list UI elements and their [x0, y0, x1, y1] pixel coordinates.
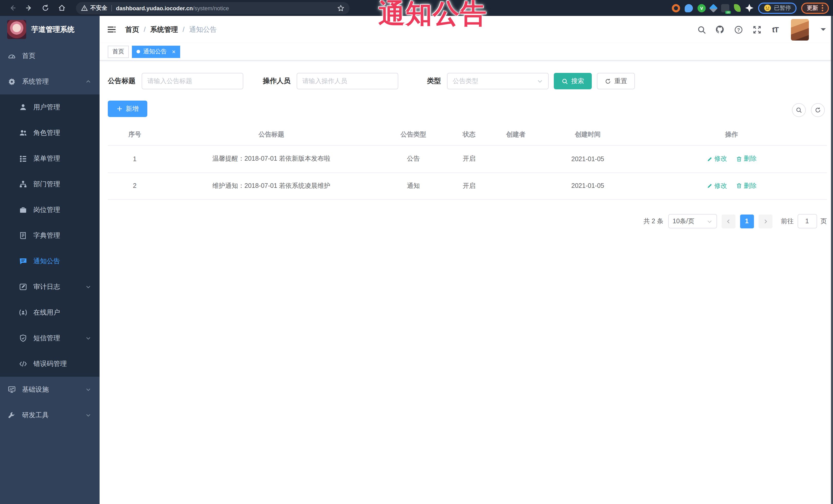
browser-forward-icon[interactable] — [23, 2, 34, 14]
app-header: 首页 / 系统管理 / 通知公告 ? — [100, 16, 833, 43]
profile-paused-pill[interactable]: 已暂停 — [758, 2, 796, 14]
search-button[interactable]: 搜索 — [554, 73, 592, 89]
page-size-select[interactable]: 10条/页 — [668, 214, 717, 229]
header-actions: ? tT — [696, 19, 826, 40]
edit-button[interactable]: 修改 — [707, 154, 727, 163]
address-bar[interactable]: 不安全 dashboard.yudao.iocoder.cn /system/n… — [76, 2, 350, 14]
security-warning-icon[interactable] — [81, 5, 88, 11]
sidebar-item-错误码管理[interactable]: 错误码管理 — [0, 351, 100, 377]
cell-no: 2 — [108, 172, 162, 199]
browser-update-button[interactable]: 更新 — [801, 2, 829, 14]
sidebar-item-在线用户[interactable]: 在线用户 — [0, 300, 100, 326]
sidebar-item-研发工具[interactable]: 研发工具 — [0, 402, 100, 428]
sidebar-item-岗位管理[interactable]: 岗位管理 — [0, 197, 100, 223]
sidebar-item-短信管理[interactable]: 短信管理 — [0, 326, 100, 351]
filter-operator-label: 操作人员 — [263, 76, 290, 86]
sidebar-item-首页[interactable]: 首页 — [0, 43, 100, 69]
cell-time: 2021-01-05 — [539, 172, 636, 199]
sidebar-item-基础设施[interactable]: 基础设施 — [0, 377, 100, 402]
infrastructure-icon — [7, 385, 16, 394]
chevron-down-icon[interactable] — [821, 28, 826, 33]
cell-time: 2021-01-05 — [539, 145, 636, 172]
extension-drop-icon[interactable] — [685, 4, 693, 12]
update-label: 更新 — [807, 4, 818, 12]
chevron-down-icon — [85, 284, 91, 290]
column-header-公告标题: 公告标题 — [162, 124, 381, 145]
browser-back-icon[interactable] — [7, 2, 18, 14]
page-size-value: 10条/页 — [673, 217, 694, 225]
sidebar-item-用户管理[interactable]: 用户管理 — [0, 94, 100, 120]
cell-status: 开启 — [446, 172, 493, 199]
extension-orange-icon[interactable] — [672, 4, 680, 12]
delete-button[interactable]: 删除 — [736, 182, 757, 190]
goto-label: 前往 — [781, 217, 794, 225]
extension-flower-icon[interactable] — [745, 4, 754, 12]
browser-home-icon[interactable] — [56, 2, 67, 14]
sidebar-item-系统管理[interactable]: 系统管理 — [0, 69, 100, 94]
github-icon[interactable] — [715, 25, 725, 34]
sidebar-item-菜单管理[interactable]: 菜单管理 — [0, 146, 100, 171]
goto-page-input[interactable] — [797, 214, 817, 229]
fullscreen-icon[interactable] — [752, 25, 762, 34]
browser-reload-icon[interactable] — [40, 2, 51, 14]
extension-green-icon[interactable]: v — [697, 4, 706, 12]
extension-diamond-icon[interactable] — [709, 4, 718, 12]
prev-page-button[interactable] — [721, 214, 735, 228]
browser-scrollbar[interactable] — [831, 16, 833, 504]
sidebar-item-通知公告[interactable]: 通知公告 — [0, 248, 100, 274]
column-header-状态: 状态 — [446, 124, 493, 145]
logo-image — [7, 20, 26, 39]
filter-title-label: 公告标题 — [108, 76, 136, 86]
breadcrumb-current: 通知公告 — [189, 25, 217, 34]
sidebar-item-字典管理[interactable]: 字典管理 — [0, 223, 100, 248]
users-icon — [19, 128, 27, 137]
font-size-icon[interactable]: tT — [770, 25, 780, 34]
badge-icon — [19, 206, 27, 214]
sidebar-collapse-icon[interactable] — [107, 24, 117, 34]
org-icon — [19, 180, 27, 189]
extension-dark-on-icon[interactable]: on — [721, 4, 729, 12]
page-number-button[interactable]: 1 — [740, 214, 754, 228]
column-header-序号: 序号 — [108, 124, 162, 145]
tag-首页[interactable]: 首页 — [108, 45, 129, 58]
sidebar-submenu: 用户管理 角色管理 菜单管理 部门管理 岗位管理 字典管理 通知公告 审计日志 … — [0, 94, 100, 377]
notice-table: 序号公告标题公告类型状态创建者创建时间操作 1温馨提醒：2018-07-01 若… — [108, 124, 827, 200]
error-code-icon — [19, 360, 27, 368]
edit-button[interactable]: 修改 — [707, 182, 727, 190]
search-icon[interactable] — [696, 25, 706, 34]
reset-button[interactable]: 重置 — [597, 73, 635, 89]
sidebar-item-审计日志[interactable]: 审计日志 — [0, 274, 100, 300]
bookmark-star-icon[interactable] — [337, 4, 344, 11]
extension-leaf-icon[interactable] — [734, 4, 741, 12]
cell-title: 维护通知：2018-07-01 若依系统凌晨维护 — [162, 172, 381, 199]
refresh-icon[interactable] — [811, 103, 825, 117]
add-button[interactable]: 新增 — [108, 101, 147, 117]
next-page-button[interactable] — [758, 214, 772, 228]
tag-bar: 首页通知公告× — [100, 43, 833, 61]
sidebar-item-角色管理[interactable]: 角色管理 — [0, 120, 100, 146]
help-icon[interactable]: ? — [733, 25, 743, 34]
breadcrumb-separator: / — [144, 26, 146, 33]
tag-通知公告[interactable]: 通知公告× — [132, 45, 180, 58]
breadcrumb-home[interactable]: 首页 — [125, 25, 139, 34]
delete-button[interactable]: 删除 — [736, 154, 757, 163]
toggle-search-icon[interactable] — [792, 103, 806, 117]
chevron-down-icon — [537, 78, 543, 84]
browser-menu-dots-icon[interactable] — [822, 5, 823, 11]
notice-title-input[interactable] — [142, 73, 243, 89]
operator-input[interactable] — [297, 73, 398, 89]
avatar[interactable] — [791, 19, 809, 40]
cell-actions: 修改 删除 — [636, 145, 827, 172]
table-row: 2维护通知：2018-07-01 若依系统凌晨维护通知开启2021-01-05修… — [108, 172, 827, 199]
notice-type-placeholder: 公告类型 — [453, 77, 478, 86]
notice-type-select[interactable]: 公告类型 — [447, 73, 549, 89]
chevron-down-icon — [707, 218, 712, 224]
breadcrumb-system[interactable]: 系统管理 — [150, 25, 178, 34]
sidebar-item-部门管理[interactable]: 部门管理 — [0, 171, 100, 197]
filter-form: 公告标题 操作人员 类型 公告类型 搜索 — [108, 73, 827, 89]
close-icon[interactable]: × — [172, 48, 175, 55]
user-icon — [19, 103, 27, 112]
column-header-操作: 操作 — [636, 124, 827, 145]
sidebar: 芋道管理系统 首页 系统管理 用户管理 角色管理 菜单管理 部门管理 岗位管理 … — [0, 16, 100, 504]
sidebar-logo-row[interactable]: 芋道管理系统 — [0, 16, 100, 43]
